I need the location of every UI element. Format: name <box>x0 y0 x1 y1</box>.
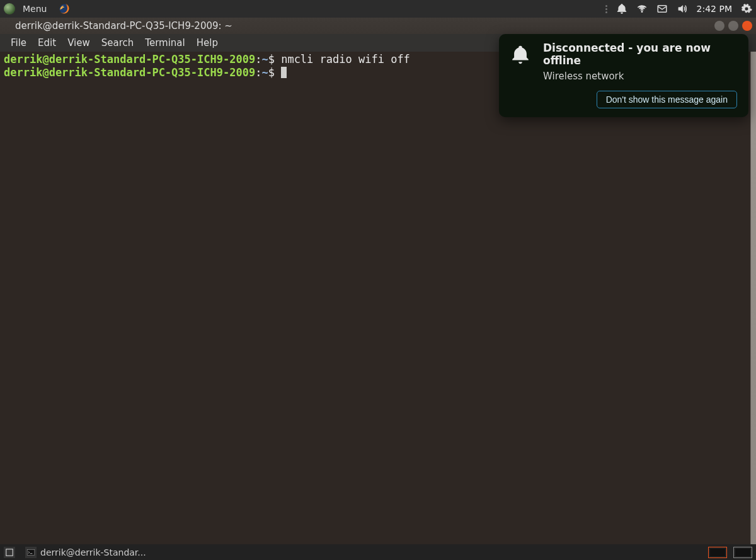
volume-icon[interactable] <box>677 3 688 14</box>
taskbar-entry-label: derrik@derrik-Standar... <box>40 547 146 557</box>
cursor-icon <box>281 67 287 78</box>
notification-text: Disconnected - you are now offline Wirel… <box>543 42 737 108</box>
top-panel: Menu 2:42 PM <box>0 0 756 18</box>
prompt-colon: : <box>255 53 261 66</box>
menu-view[interactable]: View <box>63 36 94 50</box>
prompt-path: ~ <box>261 66 268 79</box>
taskbar-entry-terminal[interactable]: derrik@derrik-Standar... <box>21 546 150 559</box>
notification-bell-large-icon <box>508 42 533 108</box>
svg-point-1 <box>641 11 643 13</box>
menu-edit[interactable]: Edit <box>33 36 60 50</box>
terminal-scrollbar[interactable] <box>750 52 756 544</box>
minimize-button[interactable] <box>714 21 724 31</box>
clock[interactable]: 2:42 PM <box>697 4 732 14</box>
window-titlebar[interactable]: derrik@derrik-Standard-PC-Q35-ICH9-2009:… <box>0 18 756 34</box>
close-button[interactable] <box>742 21 752 31</box>
panel-tray: 2:42 PM <box>605 3 752 14</box>
maximize-button[interactable] <box>728 21 738 31</box>
settings-gear-icon[interactable] <box>741 3 752 14</box>
distro-logo-icon[interactable] <box>4 3 15 14</box>
wifi-icon[interactable] <box>636 3 648 14</box>
firefox-icon[interactable] <box>58 3 71 15</box>
menu-search[interactable]: Search <box>97 36 139 50</box>
panel-separator-icon <box>605 5 607 13</box>
notification-body: Wireless network <box>543 71 737 82</box>
notification-dismiss-button[interactable]: Don't show this message again <box>597 91 737 108</box>
prompt-path: ~ <box>261 53 268 66</box>
notification-bell-icon[interactable] <box>616 3 627 14</box>
notification-popup: Disconnected - you are now offline Wirel… <box>499 34 748 117</box>
window-title: derrik@derrik-Standard-PC-Q35-ICH9-2009:… <box>15 20 232 31</box>
workspace-switcher-1[interactable] <box>708 547 727 558</box>
svg-rect-3 <box>6 549 13 556</box>
show-desktop-icon[interactable] <box>4 547 15 558</box>
terminal-icon <box>25 547 37 558</box>
prompt-dollar: $ <box>268 66 281 79</box>
prompt-userhost: derrik@derrik-Standard-PC-Q35-ICH9-2009 <box>4 66 255 79</box>
menu-terminal[interactable]: Terminal <box>140 36 189 50</box>
mail-icon[interactable] <box>656 3 668 14</box>
svg-rect-4 <box>27 549 35 555</box>
prompt-colon: : <box>255 66 261 79</box>
prompt-dollar: $ <box>268 53 281 66</box>
menu-file[interactable]: File <box>6 36 31 50</box>
prompt-userhost: derrik@derrik-Standard-PC-Q35-ICH9-2009 <box>4 53 255 66</box>
notification-title: Disconnected - you are now offline <box>543 42 737 67</box>
menu-help[interactable]: Help <box>192 36 222 50</box>
command-text: nmcli radio wifi off <box>281 53 410 66</box>
window-buttons <box>714 21 752 31</box>
menu-button[interactable]: Menu <box>23 4 47 14</box>
terminal-body[interactable]: derrik@derrik-Standard-PC-Q35-ICH9-2009:… <box>0 52 756 544</box>
bottom-taskbar: derrik@derrik-Standar... <box>0 544 756 560</box>
panel-left: Menu <box>4 3 71 15</box>
workspace-switcher-2[interactable] <box>733 547 752 558</box>
